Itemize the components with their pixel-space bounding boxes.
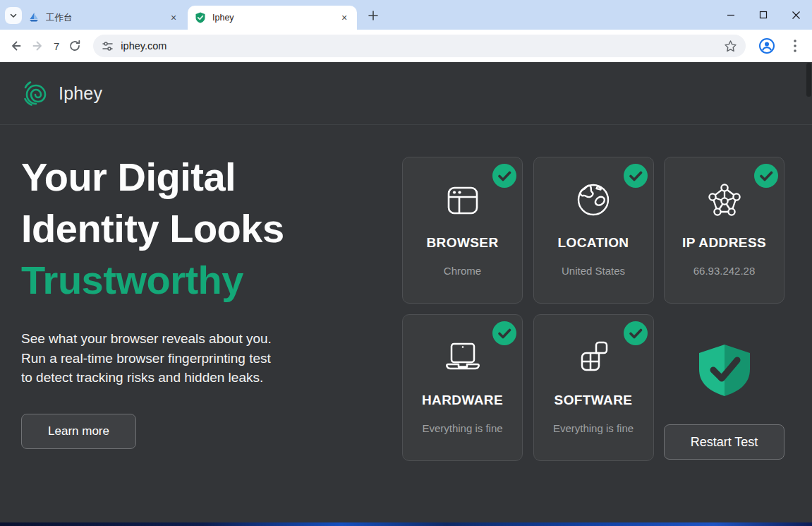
brand-name[interactable]: Iphey xyxy=(59,83,102,104)
card-value: 66.93.242.28 xyxy=(693,265,756,277)
hero-title-accent: Trustworthy xyxy=(21,258,243,302)
check-badge xyxy=(492,321,516,345)
address-bar[interactable]: iphey.com xyxy=(93,35,746,57)
green-shield-check-icon xyxy=(195,12,206,23)
hero-title-line1: Your Digital xyxy=(21,155,236,199)
card-hardware[interactable]: HARDWARE Everything is fine xyxy=(402,314,523,461)
card-label: SOFTWARE xyxy=(555,393,633,408)
card-label: BROWSER xyxy=(426,235,498,251)
hero-description-line: Run a real-time browser fingerprinting t… xyxy=(21,349,374,369)
card-label: HARDWARE xyxy=(422,393,503,408)
badge-circle xyxy=(492,321,516,345)
tab-search-button[interactable] xyxy=(5,7,22,24)
browser-toolbar: 7 iphey.com xyxy=(0,30,812,62)
hero-section: Your Digital Identity Looks Trustworthy … xyxy=(21,151,374,449)
account-icon xyxy=(758,37,775,54)
badge-circle xyxy=(492,164,516,188)
card-value: Everything is fine xyxy=(553,422,634,434)
site-header: Iphey xyxy=(0,62,812,125)
check-badge xyxy=(754,164,778,188)
url-text[interactable]: iphey.com xyxy=(121,40,724,52)
browser-window-icon xyxy=(442,179,484,221)
card-location[interactable]: LOCATION United States xyxy=(533,157,654,304)
hero-description-line: See what your browser reveals about you. xyxy=(21,329,374,349)
tab-close-icon[interactable]: × xyxy=(339,12,350,23)
reload-button[interactable] xyxy=(63,35,86,57)
back-button[interactable] xyxy=(4,35,27,57)
maximize-icon xyxy=(759,11,768,19)
tab-workbench[interactable]: 工作台 × xyxy=(21,6,186,30)
check-badge xyxy=(492,164,516,188)
hero-description: See what your browser reveals about you.… xyxy=(21,329,374,388)
sailboat-icon xyxy=(28,12,40,23)
check-badge xyxy=(624,321,648,345)
scrollbar-thumb[interactable] xyxy=(806,63,811,97)
shield-check-icon xyxy=(695,342,754,398)
card-software[interactable]: SOFTWARE Everything is fine xyxy=(533,314,654,461)
browser-window: 工作台 × Iphey × xyxy=(0,0,812,526)
star-icon[interactable] xyxy=(724,40,737,53)
result-cell: Restart Test xyxy=(664,314,784,461)
minimize-icon xyxy=(727,11,735,19)
learn-more-button[interactable]: Learn more xyxy=(21,414,136,449)
window-controls xyxy=(715,0,812,30)
tab-strip: 工作台 × Iphey × xyxy=(0,0,812,30)
hero-description-line: to detect tracking risks and hidden leak… xyxy=(21,368,374,388)
arrow-right-icon xyxy=(32,40,44,52)
badge-circle xyxy=(754,164,778,188)
card-ip-address[interactable]: IP ADDRESS 66.93.242.28 xyxy=(664,157,784,304)
card-browser[interactable]: BROWSER Chrome xyxy=(402,157,523,304)
maximize-button[interactable] xyxy=(747,0,780,30)
hero-title: Your Digital Identity Looks Trustworthy xyxy=(21,151,374,306)
card-label: LOCATION xyxy=(557,235,629,251)
desktop-wallpaper-strip xyxy=(0,522,812,526)
chevron-down-icon xyxy=(9,11,18,20)
card-value: Chrome xyxy=(444,265,481,277)
laptop-icon xyxy=(442,336,484,378)
badge-circle xyxy=(624,164,648,188)
status-cards-grid: BROWSER Chrome xyxy=(402,157,784,461)
kebab-menu-icon xyxy=(794,40,796,52)
iphey-page: Iphey Your Digital Identity Looks Trustw… xyxy=(0,62,812,522)
reload-icon xyxy=(68,40,81,52)
network-nodes-icon xyxy=(703,179,746,221)
arrow-left-icon xyxy=(9,40,22,52)
toolbar-right xyxy=(756,35,806,57)
close-window-button[interactable] xyxy=(780,0,812,30)
globe-icon xyxy=(572,179,614,221)
badge-circle xyxy=(624,321,648,345)
restart-test-button[interactable]: Restart Test xyxy=(664,424,784,460)
fingerprint-icon xyxy=(21,78,51,108)
card-label: IP ADDRESS xyxy=(682,235,766,251)
profile-button[interactable] xyxy=(756,35,778,57)
tab-iphey[interactable]: Iphey × xyxy=(188,6,357,30)
plus-icon xyxy=(368,11,378,20)
tab-title: 工作台 xyxy=(46,12,168,24)
app-modules-icon xyxy=(572,336,614,378)
check-badge xyxy=(624,164,648,188)
forward-button[interactable] xyxy=(27,35,49,57)
new-tab-button[interactable] xyxy=(364,6,382,25)
card-value: United States xyxy=(562,265,625,277)
tab-close-icon[interactable]: × xyxy=(168,12,179,23)
tune-icon[interactable] xyxy=(102,40,114,52)
hero-title-line2: Identity Looks xyxy=(21,206,284,251)
menu-button[interactable] xyxy=(784,35,806,57)
close-icon xyxy=(792,11,801,20)
nav-badge: 7 xyxy=(49,40,63,52)
minimize-button[interactable] xyxy=(715,0,747,30)
tab-title: Iphey xyxy=(212,13,339,23)
card-value: Everything is fine xyxy=(422,422,502,434)
